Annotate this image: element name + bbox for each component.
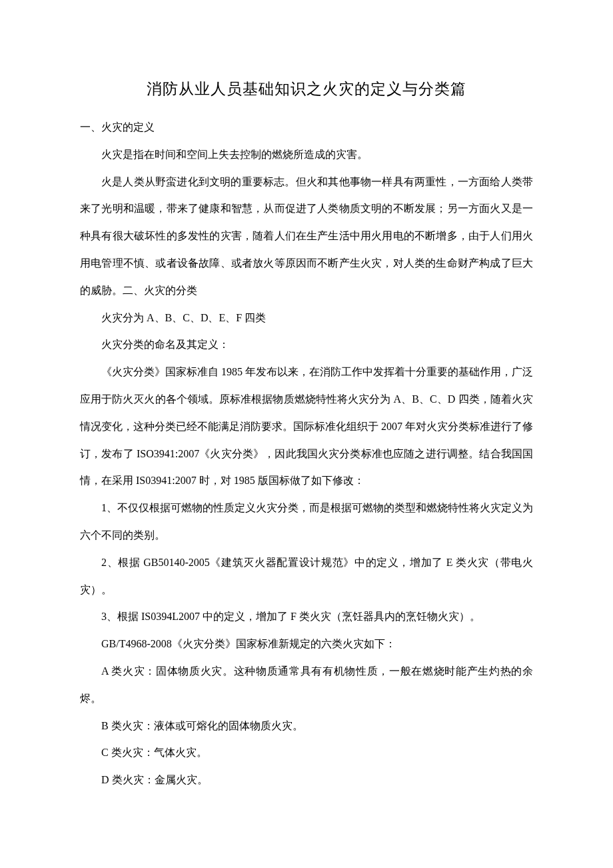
paragraph: GB/T4968-2008《火灾分类》国家标准新规定的六类火灾如下： (80, 631, 533, 658)
paragraph: C 类火灾：气体火灾。 (80, 739, 533, 767)
paragraph: 2、根据 GB50140-2005《建筑灭火器配置设计规范》中的定义，增加了 E… (80, 549, 533, 604)
paragraph: 1、不仅仅根据可燃物的性质定义火灾分类，而是根据可燃物的类型和燃烧特性将火灾定义… (80, 495, 533, 549)
paragraph: 3、根据 IS0394L2007 中的定义，增加了 F 类火灾（烹饪器具内的烹饪… (80, 603, 533, 631)
paragraph: B 类火灾：液体或可熔化的固体物质火灾。 (80, 713, 533, 740)
paragraph: 火灾分为 A、B、C、D、E、F 四类 (80, 305, 533, 332)
section-1-heading: 一、火灾的定义 (80, 114, 533, 141)
paragraph: A 类火灾：固体物质火灾。这种物质通常具有有机物性质，一般在燃烧时能产生灼热的余… (80, 658, 533, 713)
paragraph: D 类火灾：金属火灾。 (80, 767, 533, 794)
page-title: 消防从业人员基础知识之火灾的定义与分类篇 (80, 79, 533, 99)
document-page: 消防从业人员基础知识之火灾的定义与分类篇 一、火灾的定义 火灾是指在时间和空间上… (0, 0, 613, 868)
paragraph: 火灾是指在时间和空间上失去控制的燃烧所造成的灾害。 (80, 141, 533, 169)
paragraph: 《火灾分类》国家标准自 1985 年发布以来，在消防工作中发挥着十分重要的基础作… (80, 359, 533, 495)
paragraph: 火灾分类的命名及其定义： (80, 331, 533, 359)
paragraph: 火是人类从野蛮进化到文明的重要标志。但火和其他事物一样具有两重性，一方面给人类带… (80, 169, 533, 305)
